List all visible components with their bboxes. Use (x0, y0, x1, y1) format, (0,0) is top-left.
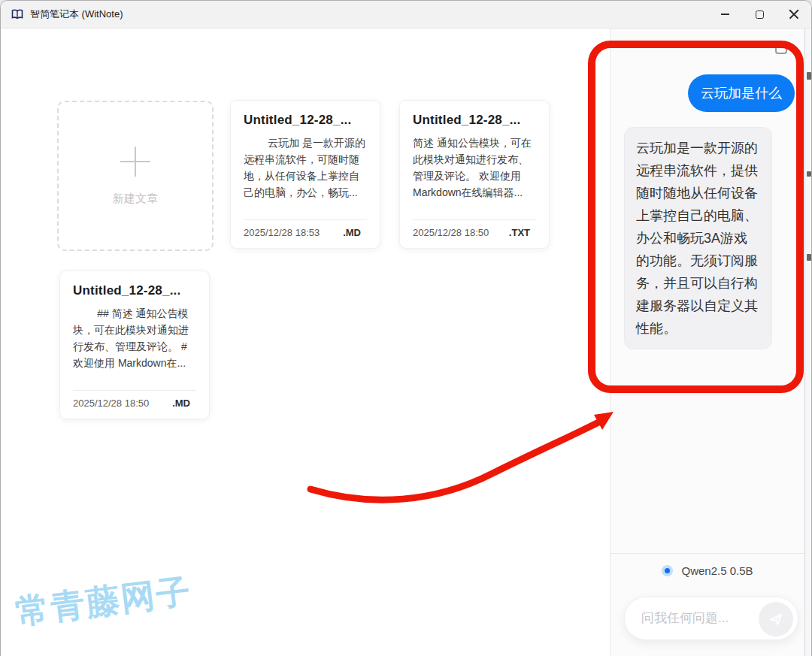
close-button[interactable] (777, 1, 811, 28)
note-footer: 2025/12/28 18:50 .MD (73, 390, 196, 409)
right-edge-strip (804, 29, 812, 656)
note-card[interactable]: Untitled_12-28_... 简述 通知公告模块，可在此模块对通知进行发… (399, 100, 550, 249)
maximize-button[interactable] (742, 1, 777, 28)
note-footer: 2025/12/28 18:50 .TXT (413, 219, 536, 238)
send-button[interactable] (759, 602, 793, 636)
note-filetype-badge: .TXT (509, 227, 530, 238)
note-card[interactable]: Untitled_12-28_... 云玩加 是一款开源的远程串流软件，可随时随… (230, 100, 380, 249)
ai-chat-panel: 云玩加是什么 云玩加是一款开源的远程串流软件，提供随时随地从任何设备上掌控自己的… (610, 29, 804, 656)
note-preview: 云玩加 是一款开源的远程串流软件，可随时随地，从任何设备上掌控自己的电脑，办公，… (244, 135, 367, 201)
new-article-card[interactable]: 新建文章 (57, 101, 214, 251)
app-icon (11, 8, 23, 20)
note-title: Untitled_12-28_... (244, 113, 367, 128)
model-selector[interactable]: Qwen2.5 0.5B (611, 561, 804, 580)
chat-input[interactable] (641, 597, 754, 639)
plus-icon (120, 147, 150, 177)
watermark-text: 常青藤网子 (13, 569, 194, 635)
model-label: Qwen2.5 0.5B (681, 564, 753, 577)
radio-selected-icon[interactable] (662, 565, 673, 576)
strip-mark (807, 72, 811, 80)
note-card[interactable]: Untitled_12-28_... ## 简述 通知公告模块，可在此模块对通知… (59, 271, 210, 419)
note-date: 2025/12/28 18:50 (73, 398, 149, 409)
note-filetype-badge: .MD (343, 227, 361, 238)
minimize-icon (721, 14, 729, 15)
chat-input-pill (624, 597, 798, 640)
paper-plane-icon (768, 612, 783, 627)
panel-toggle-icon[interactable] (775, 44, 787, 54)
radio-dot (665, 568, 670, 573)
new-article-label: 新建文章 (113, 192, 158, 206)
strip-mark (807, 254, 811, 261)
minimize-button[interactable] (707, 1, 742, 28)
note-footer: 2025/12/28 18:53 .MD (244, 219, 367, 238)
note-title: Untitled_12-28_... (73, 283, 196, 298)
note-preview: 简述 通知公告模块，可在此模块对通知进行发布、管理及评论。 欢迎使用 Markd… (413, 135, 536, 201)
note-date: 2025/12/28 18:50 (413, 227, 489, 238)
user-message-bubble: 云玩加是什么 (688, 74, 795, 112)
chat-divider (611, 553, 804, 554)
window-title: 智简笔记本 (WitNote) (30, 8, 123, 21)
window-controls (707, 1, 811, 28)
strip-mark (807, 171, 811, 177)
note-title: Untitled_12-28_... (413, 113, 536, 128)
note-date: 2025/12/28 18:53 (244, 227, 320, 238)
ai-message-bubble: 云玩加是一款开源的远程串流软件，提供随时随地从任何设备上掌控自己的电脑、办公和畅… (624, 127, 772, 349)
maximize-icon (756, 11, 764, 19)
close-icon (789, 9, 799, 20)
note-filetype-badge: .MD (172, 398, 190, 409)
app-window: 智简笔记本 (WitNote) 新建文章 Untitled_12-28_... … (0, 0, 812, 656)
note-preview: ## 简述 通知公告模块，可在此模块对通知进行发布、管理及评论。 # 欢迎使用 … (73, 305, 196, 371)
titlebar: 智简笔记本 (WitNote) (1, 1, 811, 29)
